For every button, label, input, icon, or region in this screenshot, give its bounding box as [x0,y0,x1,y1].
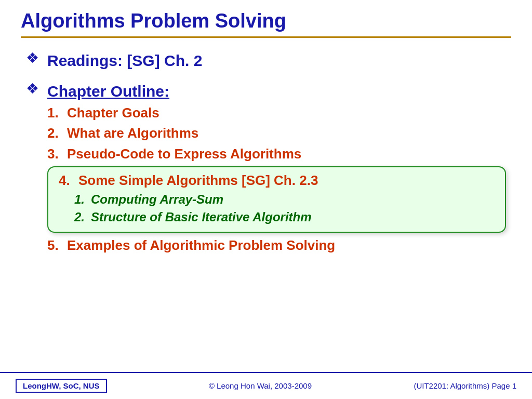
diamond-icon: ❖ [26,49,39,66]
outline-list: 1. Chapter Goals 2. What are Algorithms … [47,103,506,256]
readings-text: Readings: [SG] Ch. 2 [47,50,202,71]
slide-content: ❖ Readings: [SG] Ch. 2 ❖ Chapter Outline… [0,38,532,372]
sub-num-1: 1. [74,191,91,209]
outline-num-3: 3. [47,144,67,164]
outline-label: Chapter Outline: [47,81,506,101]
outline-text-2: What are Algorithms [67,124,198,143]
outline-text-1: Chapter Goals [67,103,159,123]
outline-num-2: 2. [47,124,67,143]
sub-text-1: Computing Array-Sum [91,191,223,209]
outline-bullet: ❖ Chapter Outline: 1. Chapter Goals 2. W… [26,79,506,257]
outline-item-2: 2. What are Algorithms [47,124,506,143]
slide-footer: LeongHW, SoC, NUS © Leong Hon Wai, 2003-… [0,372,532,399]
slide-container: Algorithms Problem Solving ❖ Readings: [… [0,0,532,399]
footer-right: (UIT2201: Algorithms) Page 1 [414,381,516,390]
outline-item-1: 1. Chapter Goals [47,103,506,123]
sub-item-2: 2. Structure of Basic Iterative Algorith… [74,208,495,227]
slide-title: Algorithms Problem Solving [21,9,511,33]
outline-text-3: Pseudo-Code to Express Algorithms [67,144,301,164]
highlight-text-4: Some Simple Algorithms [SG] Ch. 2.3 [78,172,318,189]
outline-text-5: Examples of Algorithmic Problem Solving [67,236,335,256]
footer-left: LeongHW, SoC, NUS [16,379,107,393]
readings-bullet: ❖ Readings: [SG] Ch. 2 [26,48,506,71]
highlight-item-4: 4. Some Simple Algorithms [SG] Ch. 2.3 [59,172,495,189]
slide-header: Algorithms Problem Solving [0,0,532,38]
highlight-box: 4. Some Simple Algorithms [SG] Ch. 2.3 1… [47,166,506,233]
sub-num-2: 2. [74,208,91,227]
outline-num-5: 5. [47,236,67,256]
sub-list: 1. Computing Array-Sum 2. Structure of B… [74,191,495,227]
outline-num-1: 1. [47,103,67,123]
sub-text-2: Structure of Basic Iterative Algorithm [91,208,312,227]
outline-item-5: 5. Examples of Algorithmic Problem Solvi… [47,236,506,256]
outline-item-3: 3. Pseudo-Code to Express Algorithms [47,144,506,164]
diamond-icon-2: ❖ [26,80,39,97]
sub-item-1: 1. Computing Array-Sum [74,191,495,209]
footer-center: © Leong Hon Wai, 2003-2009 [209,381,312,390]
highlight-num-4: 4. [59,172,78,189]
